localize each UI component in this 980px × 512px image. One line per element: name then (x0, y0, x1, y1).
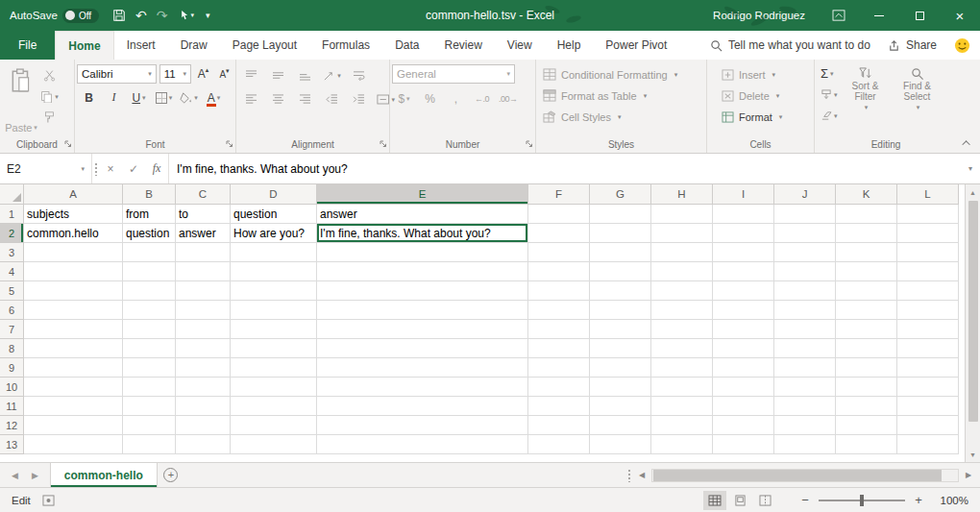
align-right-button[interactable] (296, 90, 314, 109)
cell-G6[interactable] (590, 301, 651, 320)
select-all-corner[interactable] (0, 184, 24, 205)
column-header-K[interactable]: K (836, 184, 897, 205)
cell-C10[interactable] (176, 378, 231, 397)
cell-A10[interactable] (24, 378, 123, 397)
cell-E9[interactable] (317, 358, 528, 378)
zoom-slider-thumb[interactable] (860, 495, 864, 506)
cut-button[interactable] (40, 66, 59, 85)
tab-draw[interactable]: Draw (168, 31, 220, 60)
vertical-scroll-thumb[interactable] (968, 201, 978, 422)
format-cells-button[interactable]: Format▾ (717, 107, 812, 127)
tab-view[interactable]: View (495, 31, 545, 60)
font-color-button[interactable]: A▾ (205, 88, 223, 107)
cell-L8[interactable] (897, 339, 959, 358)
normal-view-button[interactable] (703, 491, 726, 510)
italic-button[interactable]: I (105, 88, 123, 107)
cell-F11[interactable] (528, 397, 590, 416)
autosave-toggle[interactable]: AutoSave Off (10, 9, 99, 23)
cell-B3[interactable] (123, 243, 176, 262)
cell-L12[interactable] (897, 416, 959, 435)
cell-G12[interactable] (590, 416, 651, 435)
name-box[interactable]: E2 ▾ (0, 154, 92, 183)
row-header-5[interactable]: 5 (0, 281, 24, 301)
row-header-12[interactable]: 12 (0, 416, 24, 435)
column-header-B[interactable]: B (123, 184, 176, 205)
cell-A13[interactable] (24, 435, 123, 454)
cell-B1[interactable]: from (123, 205, 176, 224)
cell-E13[interactable] (317, 435, 528, 454)
cell-D3[interactable] (231, 243, 317, 262)
cell-H5[interactable] (651, 281, 713, 301)
bottom-align-button[interactable] (296, 66, 314, 85)
cell-C9[interactable] (176, 358, 231, 378)
sort-filter-button[interactable]: Sort & Filter ▾ (842, 64, 890, 137)
tab-help[interactable]: Help (545, 31, 594, 60)
cell-C11[interactable] (176, 397, 231, 416)
cell-H8[interactable] (651, 339, 713, 358)
cell-I12[interactable] (713, 416, 774, 435)
cell-D2[interactable]: How are you? (231, 224, 317, 243)
cell-J5[interactable] (774, 281, 836, 301)
cell-K9[interactable] (836, 358, 897, 378)
tab-home[interactable]: Home (55, 31, 113, 60)
cell-H4[interactable] (651, 262, 713, 281)
increase-indent-button[interactable] (350, 90, 368, 109)
cell-J8[interactable] (774, 339, 836, 358)
column-header-J[interactable]: J (774, 184, 836, 205)
column-header-F[interactable]: F (528, 184, 590, 205)
cell-D1[interactable]: question (231, 205, 317, 224)
cell-D5[interactable] (231, 281, 317, 301)
cell-B13[interactable] (123, 435, 176, 454)
cell-G7[interactable] (590, 320, 651, 339)
row-header-11[interactable]: 11 (0, 397, 24, 416)
cell-F7[interactable] (528, 320, 590, 339)
cell-B4[interactable] (123, 262, 176, 281)
cell-C13[interactable] (176, 435, 231, 454)
cell-A2[interactable]: common.hello (24, 224, 123, 243)
column-header-D[interactable]: D (231, 184, 317, 205)
cell-A8[interactable] (24, 339, 123, 358)
underline-button[interactable]: U▾ (130, 88, 148, 107)
feedback-smiley-icon[interactable] (954, 37, 970, 54)
cell-E4[interactable] (317, 262, 528, 281)
cell-I2[interactable] (713, 224, 774, 243)
row-header-7[interactable]: 7 (0, 320, 24, 339)
cell-K2[interactable] (836, 224, 897, 243)
wrap-text-button[interactable] (350, 66, 368, 85)
share-button[interactable]: Share (888, 38, 937, 52)
tell-me-box[interactable]: Tell me what you want to do (710, 38, 870, 52)
number-dialog-launcher[interactable] (526, 137, 533, 151)
font-size-select[interactable]: 11▾ (159, 64, 191, 84)
cell-G10[interactable] (590, 378, 651, 397)
cell-I6[interactable] (713, 301, 774, 320)
conditional-formatting-button[interactable]: Conditional Formatting▾ (538, 64, 704, 85)
enter-entry-button[interactable]: ✓ (122, 154, 145, 183)
redo-button[interactable]: ↷ (157, 8, 168, 23)
prev-sheet-button[interactable]: ◀ (12, 471, 18, 480)
cell-B2[interactable]: question (123, 224, 176, 243)
cell-F9[interactable] (528, 358, 590, 378)
cell-E1[interactable]: answer (317, 205, 528, 224)
cell-D4[interactable] (231, 262, 317, 281)
save-button[interactable] (112, 9, 126, 22)
cell-J7[interactable] (774, 320, 836, 339)
cell-F8[interactable] (528, 339, 590, 358)
cell-G2[interactable] (590, 224, 651, 243)
cell-F12[interactable] (528, 416, 590, 435)
cell-I11[interactable] (713, 397, 774, 416)
cell-H10[interactable] (651, 378, 713, 397)
namebox-resize-handle[interactable] (92, 154, 99, 183)
decrease-indent-button[interactable] (323, 90, 341, 109)
cell-B7[interactable] (123, 320, 176, 339)
tab-review[interactable]: Review (431, 31, 494, 60)
cell-J1[interactable] (774, 205, 836, 224)
cell-D13[interactable] (231, 435, 317, 454)
cell-J9[interactable] (774, 358, 836, 378)
cell-G1[interactable] (590, 205, 651, 224)
decrease-decimal-button[interactable]: .00→ (499, 89, 518, 108)
font-name-select[interactable]: Calibri▾ (77, 64, 157, 84)
zoom-slider[interactable] (819, 500, 905, 501)
row-header-13[interactable]: 13 (0, 435, 24, 454)
column-header-A[interactable]: A (24, 184, 123, 205)
cell-J13[interactable] (774, 435, 836, 454)
